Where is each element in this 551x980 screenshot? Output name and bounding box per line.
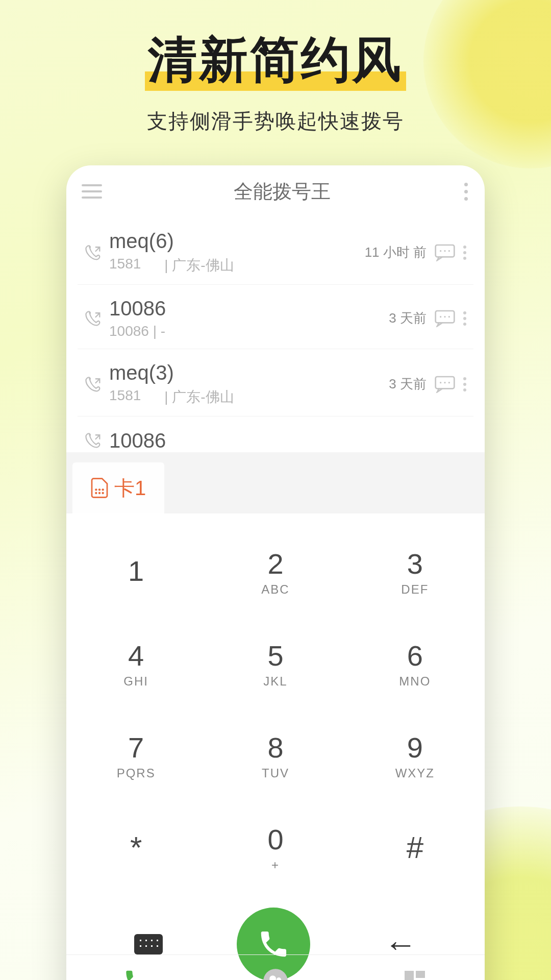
key-5[interactable]: 5JKL (206, 618, 345, 709)
device-frame: 全能拨号王 meq(6) 1581 | 广东-佛山 11 小时 前 (66, 165, 485, 980)
key-2[interactable]: 2ABC (206, 526, 345, 618)
svg-rect-22 (416, 971, 425, 978)
svg-point-1 (440, 250, 441, 252)
hero: 清新简约风 支持侧滑手势唤起快速拨号 (0, 28, 551, 135)
call-row-main: meq(6) 1581 | 广东-佛山 (106, 230, 365, 275)
key-9[interactable]: 9WXYZ (345, 709, 485, 801)
svg-point-17 (102, 492, 104, 494)
call-time: 11 小时 前 (365, 243, 427, 261)
svg-point-12 (95, 488, 97, 491)
contact-number: 1581 (109, 387, 141, 407)
contact-number: 10086 | - (109, 323, 165, 339)
contact-location: | 广东-佛山 (164, 256, 234, 275)
message-icon[interactable] (435, 376, 455, 393)
hero-title: 清新简约风 (148, 28, 403, 94)
key-1[interactable]: 1 (66, 526, 206, 618)
message-icon[interactable] (435, 244, 455, 261)
svg-rect-21 (405, 971, 414, 980)
key-0[interactable]: 0+ (206, 801, 345, 893)
message-icon[interactable] (435, 310, 455, 327)
row-more-icon[interactable] (463, 377, 469, 391)
tab-contacts[interactable]: 联系人 (206, 955, 345, 980)
key-6[interactable]: 6MNO (345, 618, 485, 709)
svg-point-9 (440, 382, 441, 383)
key-4[interactable]: 4GHI (66, 618, 206, 709)
tab-phone[interactable]: 电话 (66, 955, 206, 980)
app-title: 全能拨号王 (102, 179, 462, 205)
contacts-tab-icon (262, 968, 289, 980)
call-row-main: meq(3) 1581 | 广东-佛山 (106, 361, 389, 407)
key-hash[interactable]: # (345, 801, 485, 893)
contact-name: 10086 (109, 429, 469, 452)
svg-point-15 (95, 492, 97, 494)
contact-name: meq(3) (109, 361, 389, 384)
call-log-row[interactable]: meq(3) 1581 | 广东-佛山 3 天前 (78, 349, 473, 416)
outgoing-call-icon (82, 309, 106, 328)
svg-point-13 (98, 488, 101, 491)
svg-point-7 (448, 316, 450, 317)
outgoing-call-icon (82, 431, 106, 450)
svg-point-2 (444, 250, 445, 252)
call-log-row[interactable]: 10086 (78, 416, 473, 452)
sim-selector-bar: 卡1 (66, 452, 485, 513)
contact-name: meq(6) (109, 230, 365, 253)
call-log: meq(6) 1581 | 广东-佛山 11 小时 前 10086 10086 … (66, 217, 485, 452)
sim-card-tab[interactable]: 卡1 (72, 462, 164, 513)
tab-more[interactable]: 更多功能 (345, 955, 485, 980)
svg-point-3 (448, 250, 450, 252)
key-7[interactable]: 7PQRS (66, 709, 206, 801)
sim-label: 卡1 (114, 474, 146, 502)
key-3[interactable]: 3DEF (345, 526, 485, 618)
keyboard-icon[interactable] (134, 934, 163, 954)
svg-point-10 (444, 382, 445, 383)
more-tab-icon (403, 969, 427, 980)
dial-pad: 1 2ABC 3DEF 4GHI 5JKL 6MNO 7PQRS 8TUV 9W… (66, 513, 485, 898)
hamburger-icon[interactable] (82, 184, 102, 199)
outgoing-call-icon (82, 375, 106, 394)
more-icon[interactable] (462, 183, 469, 201)
key-8[interactable]: 8TUV (206, 709, 345, 801)
svg-point-5 (440, 316, 441, 317)
contact-name: 10086 (109, 297, 389, 320)
phone-tab-icon (123, 968, 149, 980)
call-row-main: 10086 10086 | - (106, 297, 389, 339)
call-time: 3 天前 (389, 309, 427, 327)
key-star[interactable]: * (66, 801, 206, 893)
call-log-row[interactable]: 10086 10086 | - 3 天前 (78, 285, 473, 349)
row-more-icon[interactable] (463, 246, 469, 260)
app-bar: 全能拨号王 (66, 165, 485, 217)
sim-icon (91, 478, 108, 498)
contact-location: | 广东-佛山 (164, 387, 234, 407)
hero-subtitle: 支持侧滑手势唤起快速拨号 (0, 107, 551, 135)
call-row-main: 10086 (106, 429, 469, 452)
svg-point-16 (98, 492, 101, 494)
svg-point-6 (444, 316, 445, 317)
call-log-row[interactable]: meq(6) 1581 | 广东-佛山 11 小时 前 (78, 217, 473, 285)
svg-point-14 (102, 488, 104, 491)
row-more-icon[interactable] (463, 311, 469, 326)
svg-point-11 (448, 382, 450, 383)
contact-number: 1581 (109, 256, 141, 275)
bottom-tabbar: 电话 联系人 更多功能 (66, 954, 485, 980)
outgoing-call-icon (82, 243, 106, 262)
call-time: 3 天前 (389, 375, 427, 393)
